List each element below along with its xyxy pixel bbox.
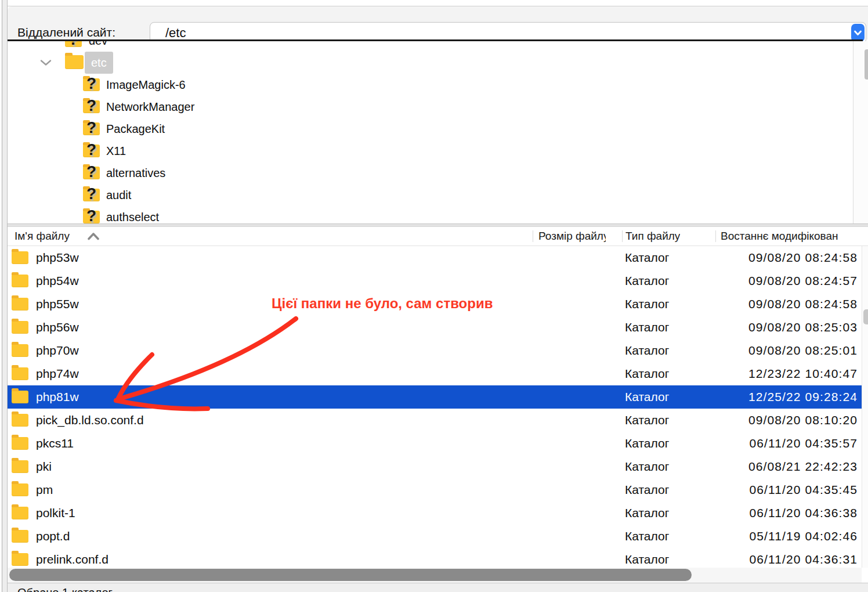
column-divider[interactable] [533, 230, 533, 242]
remote-directory-tree: dev etc ImageMagick-6 NetworkManager [8, 41, 868, 223]
folder-question-icon [83, 122, 100, 135]
file-name: pki [36, 455, 52, 478]
panel-top-border [8, 0, 868, 6]
horizontal-scrollbar-thumb[interactable] [9, 569, 692, 581]
file-row[interactable]: php54w Каталог 09/08/20 08:24:57 [8, 269, 862, 293]
folder-icon [12, 367, 28, 380]
folder-icon [12, 530, 28, 543]
sort-ascending-icon [87, 232, 100, 240]
file-name: polkit-1 [36, 501, 75, 525]
tree-scrollbar[interactable] [853, 41, 868, 223]
tree-item-label: X11 [106, 140, 126, 162]
chevron-down-icon[interactable] [40, 59, 52, 66]
file-row[interactable]: php55w Каталог 09/08/20 08:24:58 [8, 293, 862, 316]
file-modified: 09/08/20 08:24:58 [748, 246, 858, 269]
file-modified: 06/11/20 04:36:38 [750, 501, 858, 525]
file-name: php74w [36, 362, 79, 385]
folder-icon [12, 414, 28, 427]
file-row[interactable]: pick_db.ld.so.conf.d Каталог 09/08/20 08… [8, 409, 862, 432]
folder-icon [12, 507, 28, 519]
tree-item-label: ImageMagick-6 [106, 74, 186, 96]
tree-item[interactable]: audit [8, 184, 868, 206]
file-list-scrollbar-thumb[interactable] [863, 309, 868, 324]
file-modified: 06/11/20 04:35:57 [750, 432, 858, 455]
file-modified: 09/08/20 08:24:57 [748, 269, 858, 293]
file-row[interactable]: pki Каталог 06/08/21 22:42:23 [8, 455, 862, 478]
file-type: Каталог [625, 409, 669, 432]
file-modified: 12/25/22 09:28:24 [748, 385, 858, 409]
remote-panel: Віддалений сайт: /etc dev etc [8, 0, 868, 592]
folder-question-icon [83, 100, 100, 113]
file-modified: 09/08/20 08:25:01 [748, 339, 858, 362]
file-modified: 05/11/19 04:02:46 [750, 525, 858, 548]
tree-scrollbar-thumb[interactable] [865, 49, 868, 80]
folder-icon [12, 344, 28, 357]
tree-item[interactable]: authselect [8, 206, 868, 223]
folder-icon [12, 553, 28, 566]
column-divider[interactable] [715, 230, 716, 242]
file-row[interactable]: popt.d Каталог 05/11/19 04:02:46 [8, 525, 862, 548]
file-name: php81w [36, 385, 79, 409]
file-row[interactable]: php56w Каталог 09/08/20 08:25:03 [8, 316, 862, 339]
chevron-down-icon [853, 30, 862, 36]
column-divider[interactable] [622, 230, 623, 242]
file-name: pm [36, 478, 53, 501]
file-type: Каталог [625, 246, 669, 269]
folder-icon [12, 391, 28, 403]
file-type: Каталог [625, 432, 669, 455]
tree-item[interactable]: NetworkManager [8, 96, 868, 118]
file-row[interactable]: pkcs11 Каталог 06/11/20 04:35:57 [8, 432, 862, 455]
file-row[interactable]: php81w Каталог 12/25/22 09:28:24 [8, 385, 862, 409]
tree-item-label: PackageKit [106, 118, 165, 140]
file-modified: 09/08/20 08:24:58 [748, 293, 858, 316]
file-name: pkcs11 [36, 432, 74, 455]
file-row[interactable]: php53w Каталог 09/08/20 08:24:58 [8, 246, 862, 269]
status-text: Обрано 1 каталог [17, 586, 113, 592]
file-type: Каталог [625, 525, 669, 548]
file-row[interactable]: php74w Каталог 12/23/22 10:40:47 [8, 362, 862, 385]
file-modified: 06/11/20 04:35:45 [750, 478, 858, 501]
file-type: Каталог [625, 362, 669, 385]
folder-icon [12, 321, 28, 334]
column-header-size[interactable]: Розмір файлу [538, 227, 606, 246]
tree-item[interactable]: alternatives [8, 162, 868, 184]
column-header-name[interactable]: Ім'я файлу [15, 227, 70, 246]
file-modified: 06/08/21 22:42:23 [748, 455, 858, 478]
folder-icon [12, 437, 28, 450]
file-list-scrollbar[interactable] [862, 246, 868, 568]
file-modified: 12/23/22 10:40:47 [748, 362, 858, 385]
file-name: php54w [36, 269, 79, 293]
remote-site-label: Віддалений сайт: [17, 26, 115, 39]
file-list: php53w Каталог 09/08/20 08:24:58 php54w … [8, 246, 862, 571]
file-list-header: Ім'я файлу Розмір файлу Тип файлу Востан… [8, 227, 868, 246]
file-name: php55w [36, 293, 79, 316]
file-type: Каталог [625, 316, 669, 339]
file-row[interactable]: pm Каталог 06/11/20 04:35:45 [8, 478, 862, 501]
folder-icon [12, 483, 28, 496]
tree-item[interactable]: X11 [8, 140, 868, 162]
folder-icon [12, 460, 28, 473]
folder-question-icon [83, 167, 100, 179]
folder-icon [12, 298, 28, 311]
tree-item-etc[interactable]: etc [8, 52, 851, 74]
tree-item[interactable]: PackageKit [8, 118, 868, 140]
file-name: pick_db.ld.so.conf.d [36, 409, 144, 432]
file-modified: 09/08/20 08:10:20 [748, 409, 858, 432]
tree-item-label: authselect [106, 206, 159, 223]
column-header-type[interactable]: Тип файлу [625, 227, 680, 246]
remote-site-bar: Віддалений сайт: /etc [8, 6, 868, 39]
column-header-modified[interactable]: Востаннє модифікован [721, 227, 867, 246]
tree-item[interactable]: ImageMagick-6 [8, 74, 868, 96]
file-row[interactable]: php70w Каталог 09/08/20 08:25:01 [8, 339, 862, 362]
file-type: Каталог [625, 293, 669, 316]
selected-tree-item-label: etc [85, 52, 113, 74]
file-row[interactable]: polkit-1 Каталог 06/11/20 04:36:38 [8, 501, 862, 525]
file-type: Каталог [625, 501, 669, 525]
file-type: Каталог [625, 455, 669, 478]
horizontal-scrollbar[interactable] [8, 568, 862, 583]
folder-question-icon [83, 211, 100, 223]
folder-question-icon [83, 189, 100, 201]
tree-item-dev[interactable]: dev [8, 41, 851, 52]
file-type: Каталог [625, 339, 669, 362]
file-name: php56w [36, 316, 79, 339]
